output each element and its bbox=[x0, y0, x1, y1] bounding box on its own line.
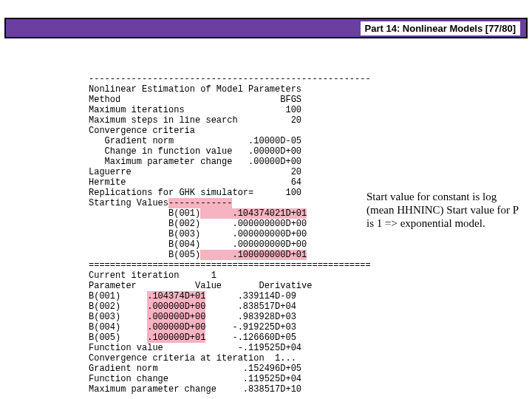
sv-b002: B(002) .000000000D+00 bbox=[89, 219, 307, 229]
sv-b001-highlight: .104374021D+01 bbox=[200, 208, 307, 219]
method-line: Method BFGS bbox=[89, 95, 301, 105]
rule-dash: ----------------------------------------… bbox=[89, 74, 371, 84]
slide-title-badge: Part 14: Nonlinear Models [77/80] bbox=[361, 21, 520, 35]
max-parm-chg2: Maximum parameter change .838517D+10 bbox=[89, 384, 301, 395]
ghk-line: Replications for GHK simulator= 100 bbox=[89, 188, 301, 198]
grad-norm-line: Gradient norm .10000D-05 bbox=[89, 136, 301, 146]
maxsteps-line: Maximum steps in line search 20 bbox=[89, 115, 301, 126]
b005-value-highlight: .100000D+01 bbox=[147, 332, 205, 343]
b001-row: B(001) .104374D+01 .339114D-09 bbox=[89, 291, 296, 301]
conv-at-iter: Convergence criteria at iteration 1... bbox=[89, 353, 296, 364]
starting-values-header: Starting Values------------ bbox=[89, 198, 232, 208]
nle-title: Nonlinear Estimation of Model Parameters bbox=[89, 84, 301, 95]
b004-value-highlight: .000000D+00 bbox=[147, 322, 205, 332]
slide-header: Part 14: Nonlinear Models [77/80] bbox=[4, 18, 528, 38]
hermite-line: Hermite 64 bbox=[89, 177, 301, 188]
sv-b003: B(003) .000000000D+00 bbox=[89, 229, 307, 239]
fchange-line: Function change .119525D+04 bbox=[89, 374, 301, 384]
sv-b001: B(001) .104374021D+01 bbox=[89, 208, 307, 219]
b004-row: B(004) .000000D+00 -.919225D+03 bbox=[89, 322, 296, 332]
b001-value-highlight: .104374D+01 bbox=[147, 291, 205, 301]
b003-row: B(003) .000000D+00 .983928D+03 bbox=[89, 312, 296, 322]
rule-equals: ========================================… bbox=[89, 260, 371, 270]
chg-fval-line: Change in function value .00000D+00 bbox=[89, 146, 301, 157]
b002-value-highlight: .000000D+00 bbox=[147, 301, 205, 312]
grad-norm2: Gradient norm .152496D+05 bbox=[89, 364, 301, 374]
sv-dash-highlight: ------------ bbox=[168, 198, 232, 208]
fval-line: Function value -.119525D+04 bbox=[89, 343, 301, 353]
sv-b004: B(004) .000000000D+00 bbox=[89, 239, 307, 250]
conv-criteria-header: Convergence criteria bbox=[89, 126, 195, 136]
b003-value-highlight: .000000D+00 bbox=[147, 312, 205, 322]
sv-b005-highlight: .100000000D+01 bbox=[200, 250, 307, 260]
b005-row: B(005) .100000D+01 -.126660D+05 bbox=[89, 332, 296, 343]
laguerre-line: Laguerre 20 bbox=[89, 167, 301, 177]
param-header: Parameter Value Derivative bbox=[89, 281, 312, 291]
console-output: ----------------------------------------… bbox=[89, 64, 371, 395]
iter-line: Current iteration 1 bbox=[89, 270, 216, 281]
max-parm-chg-line: Maximum parameter change .00000D+00 bbox=[89, 157, 301, 167]
maxiter-line: Maximum iterations 100 bbox=[89, 105, 301, 115]
b002-row: B(002) .000000D+00 .838517D+04 bbox=[89, 301, 296, 312]
sv-b005: B(005) .100000000D+01 bbox=[89, 250, 307, 260]
side-annotation: Start value for constant is log (mean HH… bbox=[366, 190, 522, 230]
